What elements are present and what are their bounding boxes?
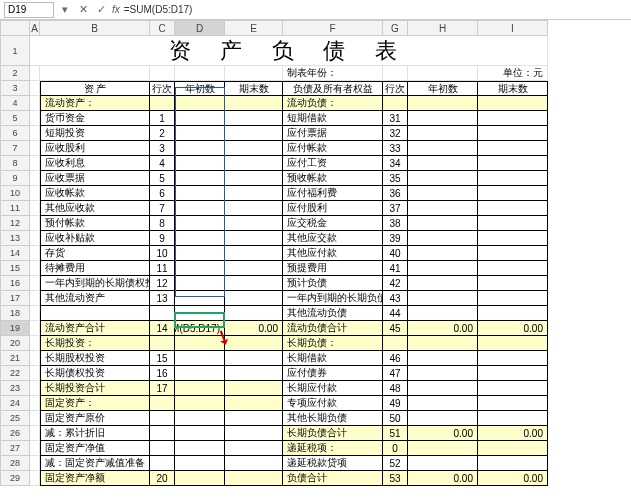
cell[interactable]	[30, 261, 40, 276]
asset-name[interactable]: 其他流动资产	[40, 291, 150, 306]
hdr-end[interactable]: 期末数	[225, 81, 283, 96]
asset-seq[interactable]: 6	[150, 186, 175, 201]
cell[interactable]	[30, 141, 40, 156]
asset-end[interactable]: 0.00	[225, 321, 283, 336]
asset-seq[interactable]	[150, 96, 175, 111]
liab-end[interactable]	[478, 411, 548, 426]
asset-begin[interactable]	[175, 336, 225, 351]
asset-seq[interactable]: 17	[150, 381, 175, 396]
row-header-21[interactable]: 21	[0, 351, 30, 366]
asset-seq[interactable]: 2	[150, 126, 175, 141]
liab-begin[interactable]	[408, 156, 478, 171]
asset-seq[interactable]: 12	[150, 276, 175, 291]
liab-begin[interactable]	[408, 396, 478, 411]
asset-name[interactable]: 短期投资	[40, 126, 150, 141]
liab-name[interactable]: 其他应交款	[283, 231, 383, 246]
liab-end[interactable]	[478, 171, 548, 186]
cell[interactable]	[30, 231, 40, 246]
liab-name[interactable]: 其他长期负债	[283, 411, 383, 426]
asset-begin[interactable]	[175, 201, 225, 216]
asset-end[interactable]	[225, 336, 283, 351]
liab-seq[interactable]: 32	[383, 126, 408, 141]
liab-end[interactable]: 0.00	[478, 471, 548, 486]
fx-icon[interactable]: fx	[112, 4, 120, 15]
asset-begin[interactable]	[175, 216, 225, 231]
row-header-23[interactable]: 23	[0, 381, 30, 396]
asset-begin[interactable]	[175, 426, 225, 441]
row-header-13[interactable]: 13	[0, 231, 30, 246]
cell[interactable]	[40, 66, 150, 81]
meta-unit[interactable]: 单位：元	[478, 66, 548, 81]
cell[interactable]	[30, 66, 40, 81]
liab-seq[interactable]: 40	[383, 246, 408, 261]
cell[interactable]	[30, 96, 40, 111]
asset-end[interactable]	[225, 381, 283, 396]
asset-begin[interactable]	[175, 186, 225, 201]
liab-name[interactable]: 短期借款	[283, 111, 383, 126]
asset-end[interactable]	[225, 456, 283, 471]
asset-begin[interactable]	[175, 411, 225, 426]
row-header-10[interactable]: 10	[0, 186, 30, 201]
row-header-20[interactable]: 20	[0, 336, 30, 351]
col-header-H[interactable]: H	[408, 20, 478, 36]
row-header-9[interactable]: 9	[0, 171, 30, 186]
asset-seq[interactable]	[150, 396, 175, 411]
row-header-17[interactable]: 17	[0, 291, 30, 306]
cell[interactable]	[150, 66, 175, 81]
cell[interactable]	[175, 66, 225, 81]
liab-end[interactable]	[478, 381, 548, 396]
asset-seq[interactable]: 14	[150, 321, 175, 336]
asset-seq[interactable]	[150, 306, 175, 321]
row-header-11[interactable]: 11	[0, 201, 30, 216]
liab-seq[interactable]: 47	[383, 366, 408, 381]
asset-end[interactable]	[225, 171, 283, 186]
liab-end[interactable]	[478, 306, 548, 321]
liab-name[interactable]: 应交税金	[283, 216, 383, 231]
liab-name[interactable]: 预计负债	[283, 276, 383, 291]
liab-begin[interactable]	[408, 306, 478, 321]
cell[interactable]	[30, 381, 40, 396]
liab-name[interactable]: 预收帐款	[283, 171, 383, 186]
asset-name[interactable]: 流动资产：	[40, 96, 150, 111]
liab-name[interactable]: 负债合计	[283, 471, 383, 486]
liab-begin[interactable]	[408, 96, 478, 111]
col-header-I[interactable]: I	[478, 20, 548, 36]
asset-seq[interactable]	[150, 336, 175, 351]
asset-name[interactable]: 固定资产净额	[40, 471, 150, 486]
liab-name[interactable]: 应付福利费	[283, 186, 383, 201]
asset-end[interactable]	[225, 186, 283, 201]
asset-end[interactable]	[225, 396, 283, 411]
liab-end[interactable]	[478, 186, 548, 201]
liab-name[interactable]: 其他流动负债	[283, 306, 383, 321]
liab-end[interactable]	[478, 216, 548, 231]
cell[interactable]	[30, 456, 40, 471]
asset-seq[interactable]: 3	[150, 141, 175, 156]
row-header-5[interactable]: 5	[0, 111, 30, 126]
asset-seq[interactable]: 13	[150, 291, 175, 306]
liab-seq[interactable]: 36	[383, 186, 408, 201]
liab-begin[interactable]	[408, 186, 478, 201]
liab-seq[interactable]: 42	[383, 276, 408, 291]
row-header-24[interactable]: 24	[0, 396, 30, 411]
liab-begin[interactable]	[408, 276, 478, 291]
liab-name[interactable]: 长期负债：	[283, 336, 383, 351]
name-box[interactable]	[4, 2, 54, 18]
asset-seq[interactable]: 8	[150, 216, 175, 231]
liab-seq[interactable]: 52	[383, 456, 408, 471]
row-header-12[interactable]: 12	[0, 216, 30, 231]
liab-begin[interactable]	[408, 111, 478, 126]
asset-name[interactable]: 货币资金	[40, 111, 150, 126]
row-header-7[interactable]: 7	[0, 141, 30, 156]
asset-end[interactable]	[225, 471, 283, 486]
row-header-1[interactable]: 1	[0, 36, 30, 66]
liab-begin[interactable]	[408, 456, 478, 471]
asset-name[interactable]: 固定资产净值	[40, 441, 150, 456]
liab-name[interactable]: 预提费用	[283, 261, 383, 276]
col-header-F[interactable]: F	[283, 20, 383, 36]
cell[interactable]	[30, 126, 40, 141]
liab-seq[interactable]: 39	[383, 231, 408, 246]
liab-name[interactable]: 递延税款贷项	[283, 456, 383, 471]
asset-end[interactable]	[225, 366, 283, 381]
row-header-6[interactable]: 6	[0, 126, 30, 141]
asset-seq[interactable]: 4	[150, 156, 175, 171]
